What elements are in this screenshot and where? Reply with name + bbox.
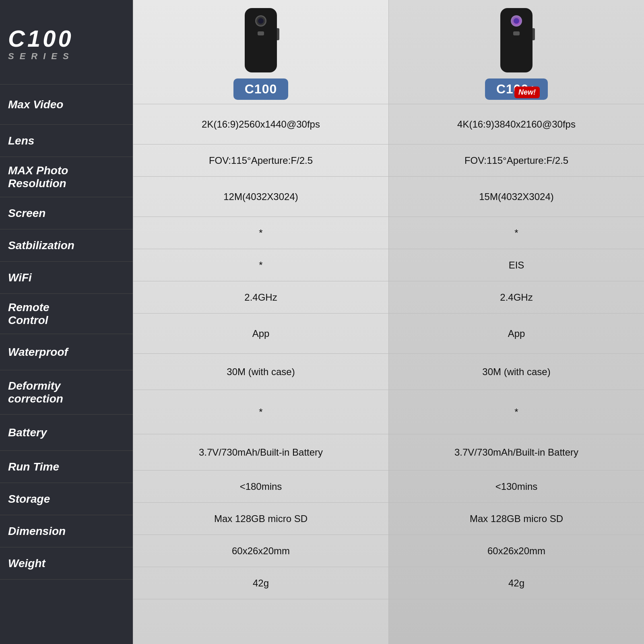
sidebar: C100 SERIES Max Video Lens MAX PhotoReso…: [0, 0, 133, 644]
c100plus-stabilization: EIS: [389, 249, 644, 281]
c100plus-camera: [500, 8, 533, 72]
c100plus-lens-spec: FOV:115°Aperture:F/2.5: [389, 144, 644, 177]
label-weight: Weight: [0, 547, 133, 580]
c100-camera: [245, 8, 277, 72]
c100plus-battery: 3.7V/730mAh/Built-in Battery: [389, 434, 644, 471]
label-storage: Storage: [0, 483, 133, 515]
c100plus-waterproof: 30M (with case): [389, 354, 644, 390]
label-stabilization: Satbilization: [0, 229, 133, 262]
c100plus-screen: *: [389, 217, 644, 249]
c100-deformity: *: [133, 390, 388, 434]
label-waterproof: Waterproof: [0, 334, 133, 370]
c100-runtime: <180mins: [133, 471, 388, 503]
label-runtime: Run Time: [0, 451, 133, 483]
label-deformity: Deformitycorrection: [0, 370, 133, 415]
label-lens: Lens: [0, 125, 133, 157]
c100plus-dimension: 60x26x20mm: [389, 535, 644, 567]
c100plus-remote: App: [389, 314, 644, 354]
c100-dimension: 60x26x20mm: [133, 535, 388, 567]
c100plus-weight: 42g: [389, 567, 644, 599]
new-badge: New!: [514, 87, 540, 98]
c100plus-storage: Max 128GB micro SD: [389, 503, 644, 535]
c100-storage: Max 128GB micro SD: [133, 503, 388, 535]
label-battery: Battery: [0, 415, 133, 451]
product-col-c100plus: C100+ New! 4K(16:9)3840x2160@30fps FOV:1…: [388, 0, 644, 644]
label-maxvideo: Max Video: [0, 85, 133, 125]
c100plus-maxphoto: 15M(4032X3024): [389, 177, 644, 217]
c100-wifi: 2.4GHz: [133, 281, 388, 314]
c100plus-side-button: [533, 28, 535, 40]
c100plus-header: C100+ New!: [389, 0, 644, 104]
label-wifi: WiFi: [0, 262, 133, 294]
c100-button: [258, 31, 264, 35]
c100-maxphoto: 12M(4032X3024): [133, 177, 388, 217]
main-content: C100 2K(16:9)2560x1440@30fps FOV:115°Ape…: [133, 0, 644, 644]
c100plus-button: [513, 31, 520, 35]
label-maxphoto: MAX PhotoResolution: [0, 157, 133, 197]
c100-badge: C100: [233, 78, 289, 100]
brand-subtitle: SERIES: [8, 51, 125, 62]
label-remote: RemoteControl: [0, 294, 133, 334]
c100-stabilization: *: [133, 249, 388, 281]
c100-lens-spec: FOV:115°Aperture:F/2.5: [133, 144, 388, 177]
c100-waterproof: 30M (with case): [133, 354, 388, 390]
c100-maxvideo: 2K(16:9)2560x1440@30fps: [133, 104, 388, 144]
c100-lens: [255, 15, 266, 27]
c100plus-maxvideo: 4K(16:9)3840x2160@30fps: [389, 104, 644, 144]
brand-title: C100: [8, 27, 125, 50]
c100plus-lens: [511, 15, 522, 27]
c100plus-runtime: <130mins: [389, 471, 644, 503]
product-col-c100: C100 2K(16:9)2560x1440@30fps FOV:115°Ape…: [133, 0, 388, 644]
c100-screen: *: [133, 217, 388, 249]
c100-battery: 3.7V/730mAh/Built-in Battery: [133, 434, 388, 471]
label-dimension: Dimension: [0, 515, 133, 547]
c100-side-button: [277, 28, 279, 40]
c100plus-wifi: 2.4GHz: [389, 281, 644, 314]
brand-header: C100 SERIES: [0, 0, 133, 85]
c100-remote: App: [133, 314, 388, 354]
c100-header: C100: [133, 0, 388, 104]
label-screen: Screen: [0, 197, 133, 229]
sidebar-specs: Max Video Lens MAX PhotoResolution Scree…: [0, 85, 133, 644]
c100-weight: 42g: [133, 567, 388, 599]
c100plus-deformity: *: [389, 390, 644, 434]
